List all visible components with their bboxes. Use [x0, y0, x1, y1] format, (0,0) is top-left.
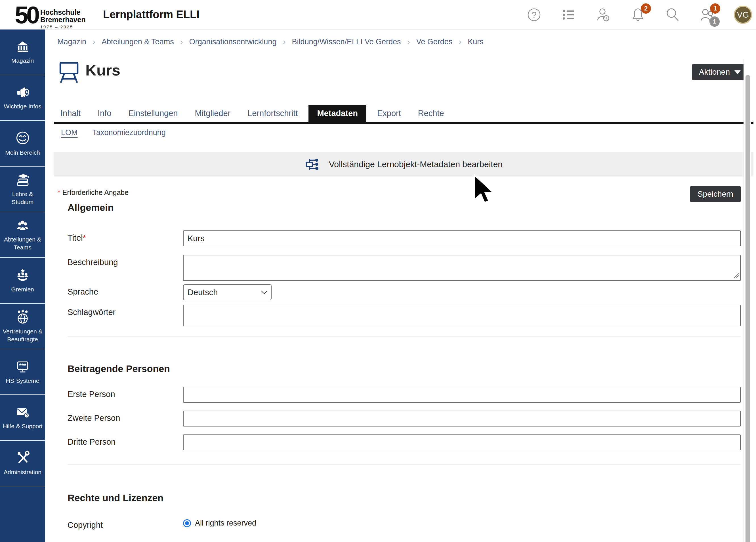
notifications-badge: 2 [641, 3, 651, 14]
sidebar-item-administration[interactable]: Administration [0, 441, 45, 486]
sidebar-item-label: Magazin [11, 57, 34, 64]
breadcrumb-item[interactable]: Magazin [57, 37, 86, 46]
save-button[interactable]: Speichern [690, 186, 741, 202]
vertical-scrollbar[interactable] [744, 59, 751, 542]
titel-label: Titel* [68, 230, 183, 243]
contacts-badge-count: 1 [709, 16, 720, 27]
main-content: Magazin › Abteilungen & Teams › Organisa… [45, 30, 751, 542]
required-note: * Erforderliche Angabe [58, 188, 129, 197]
section-divider [68, 465, 741, 465]
form-row-titel: Titel* [68, 230, 741, 246]
copyright-radio[interactable] [183, 519, 191, 527]
sidebar-item-label: Wichtige Infos [4, 102, 41, 110]
tab-bar: Inhalt Info Einstellungen Mitglieder Ler… [54, 105, 753, 124]
caret-down-icon [734, 70, 741, 74]
sidebar-item-label: Administration [4, 468, 41, 476]
sidebar-item-label: Lehre & Studium [1, 190, 44, 206]
save-button-label: Speichern [698, 190, 733, 199]
schlagwoerter-input[interactable] [183, 305, 741, 326]
erste-person-label: Erste Person [68, 387, 183, 399]
help-icon: ? [527, 7, 541, 22]
sidebar-item-label: Hilfe & Support [3, 422, 43, 430]
svg-text:?: ? [532, 10, 537, 19]
dritte-person-label: Dritte Person [68, 434, 183, 447]
sidebar-item-abteilungen-teams[interactable]: Abteilungen & Teams [0, 212, 45, 258]
tab-inhalt[interactable]: Inhalt [54, 105, 87, 122]
breadcrumb-item[interactable]: Organisationsentwicklung [189, 37, 277, 46]
awareness-button[interactable]: ! [595, 7, 611, 23]
tab-lernfortschritt[interactable]: Lernfortschritt [241, 105, 304, 122]
sidebar-item-vertretungen-beauftragte[interactable]: Vertretungen & Beauftragte [0, 304, 45, 349]
sidebar-item-hilfe-support[interactable]: ? Hilfe & Support [0, 395, 45, 441]
breadcrumb-item[interactable]: Kurs [468, 37, 484, 46]
svg-text:***: *** [19, 362, 26, 369]
form-row-zweite-person: Zweite Person [68, 411, 741, 427]
avatar[interactable]: VG [734, 6, 752, 24]
search-button[interactable] [665, 7, 681, 23]
titel-input[interactable] [183, 230, 741, 246]
search-icon [665, 7, 680, 22]
megaphone-icon [15, 85, 30, 99]
dritte-person-input[interactable] [183, 434, 741, 450]
smiley-icon [15, 131, 30, 145]
zweite-person-label: Zweite Person [68, 411, 183, 423]
svg-text:!: ! [606, 16, 607, 21]
scrollbar-thumb[interactable] [745, 75, 750, 542]
actions-button[interactable]: Aktionen [692, 64, 747, 80]
breadcrumb-item[interactable]: Abteilungen & Teams [102, 37, 174, 46]
bank-icon [15, 40, 30, 53]
form-row-beschreibung: Beschreibung [68, 255, 741, 281]
tab-metadaten[interactable]: Metadaten [308, 105, 366, 122]
logo-name-line2: Bremerhaven [40, 16, 86, 23]
sidebar-item-magazin[interactable]: Magazin [0, 30, 45, 75]
hochschule-bremerhaven-logo: 50 Hochschule Bremerhaven 1975 – 2025 [15, 1, 85, 29]
section-heading-beitragende: Beitragende Personen [68, 363, 741, 374]
tools-icon [15, 451, 30, 465]
section-divider [68, 337, 741, 337]
mail-question-icon: ? [15, 405, 30, 419]
tab-export[interactable]: Export [371, 105, 407, 122]
chevron-right-icon: › [459, 37, 461, 47]
beschreibung-textarea[interactable] [183, 255, 741, 281]
tab-info[interactable]: Info [91, 105, 117, 122]
sidebar-item-mein-bereich[interactable]: Mein Bereich [0, 121, 45, 167]
globe-people-icon [15, 309, 30, 324]
sidebar-item-label: Mein Bereich [5, 149, 40, 156]
edit-full-metadata-banner[interactable]: Vollständige Lernobjekt-Metadaten bearbe… [54, 152, 753, 177]
sidebar-item-wichtige-infos[interactable]: Wichtige Infos [0, 75, 45, 121]
subtab-lom[interactable]: LOM [61, 128, 78, 137]
tab-einstellungen[interactable]: Einstellungen [122, 105, 184, 122]
required-asterisk: * [83, 233, 86, 242]
books-icon [15, 173, 30, 187]
tab-rechte[interactable]: Rechte [412, 105, 450, 122]
breadcrumb-item[interactable]: Bildung/Wissen/ELLI Ve Gerdes [292, 37, 401, 46]
subtab-taxonomiezuordnung[interactable]: Taxonomiezuordnung [93, 128, 166, 137]
course-icon [58, 60, 80, 83]
main-menu-button[interactable] [561, 7, 577, 23]
breadcrumb-item[interactable]: Ve Gerdes [416, 37, 453, 46]
sidebar-item-gremien[interactable]: Gremien [0, 258, 45, 304]
metadata-form: Titel* Beschreibung Sprache Deutsch [68, 230, 741, 530]
actions-button-label: Aktionen [699, 68, 730, 77]
form-row-schlagwoerter: Schlagwörter [68, 305, 741, 326]
sprache-select[interactable]: Deutsch [183, 284, 272, 300]
sidebar-item-lehre-studium[interactable]: Lehre & Studium [0, 167, 45, 212]
sidebar-item-label: Vertretungen & Beauftragte [1, 327, 44, 343]
tab-mitglieder[interactable]: Mitglieder [188, 105, 237, 122]
sprache-label: Sprache [68, 284, 183, 297]
notifications-button[interactable]: 2 [630, 7, 646, 23]
schlagwoerter-label: Schlagwörter [68, 305, 183, 317]
person-alert-icon: ! [596, 7, 611, 22]
beschreibung-label: Beschreibung [68, 255, 183, 267]
sidebar-item-label: HS-Systeme [6, 377, 39, 385]
committee-icon [15, 268, 30, 282]
zweite-person-input[interactable] [183, 411, 741, 427]
contacts-button[interactable]: 1 1 [699, 7, 715, 23]
top-header: 50 Hochschule Bremerhaven 1975 – 2025 Le… [0, 0, 756, 30]
help-button[interactable]: ? [526, 7, 542, 23]
sidebar-item-hs-systeme[interactable]: *** HS-Systeme [0, 349, 45, 395]
sidebar-item-label: Gremien [11, 285, 34, 293]
erste-person-input[interactable] [183, 387, 741, 403]
people-group-icon [15, 219, 30, 232]
required-note-label: Erforderliche Angabe [62, 188, 129, 196]
